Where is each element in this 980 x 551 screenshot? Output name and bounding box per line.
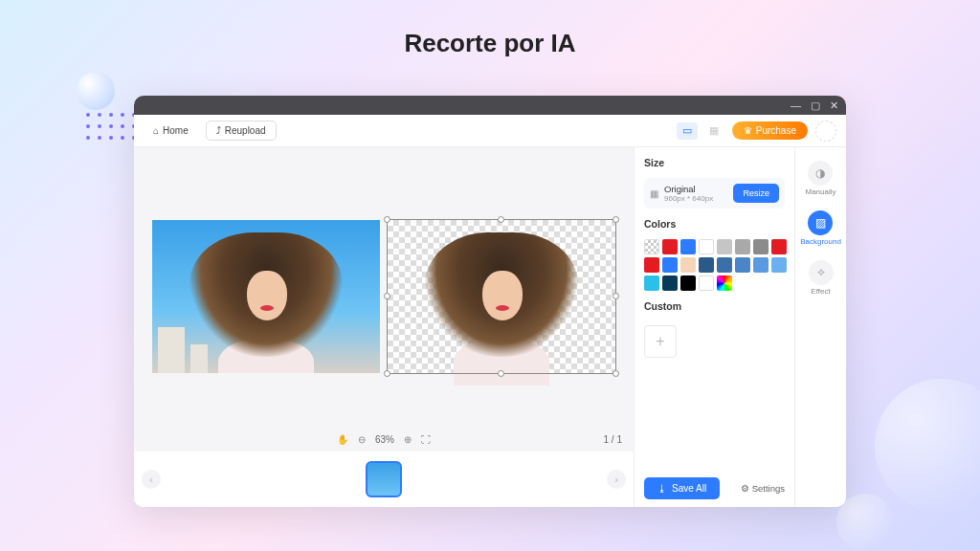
- cutout-image[interactable]: [388, 220, 615, 373]
- resize-handle[interactable]: [498, 370, 504, 377]
- size-heading: Size: [644, 157, 785, 168]
- gear-icon: ⚙: [741, 483, 749, 494]
- crown-icon: ♛: [744, 125, 752, 136]
- resize-handle[interactable]: [612, 216, 619, 223]
- decor-bubble: [875, 379, 980, 513]
- rail-background[interactable]: ▨ Background: [800, 210, 841, 247]
- next-thumb-button[interactable]: ›: [607, 470, 626, 489]
- resize-handle[interactable]: [384, 216, 390, 223]
- custom-heading: Custom: [644, 300, 785, 312]
- home-icon: ⌂: [153, 125, 159, 136]
- size-row: ▦ Original 960px * 640px Resize: [644, 178, 785, 209]
- settings-button[interactable]: ⚙ Settings: [741, 483, 785, 494]
- color-swatch[interactable]: [680, 239, 696, 254]
- more-button[interactable]: [815, 121, 836, 142]
- canvas-area: ✋ ⊖ 63% ⊕ ⛶ 1 / 1 ‹ ›: [134, 147, 634, 507]
- color-swatch[interactable]: [644, 257, 659, 273]
- decor-bubble: [77, 72, 115, 110]
- purchase-button[interactable]: ♛ Purchase: [732, 121, 808, 140]
- purchase-label: Purchase: [756, 125, 796, 136]
- decor-bubble: [836, 494, 894, 551]
- color-swatch[interactable]: [699, 257, 714, 273]
- color-swatch[interactable]: [680, 276, 696, 291]
- single-view-button[interactable]: ▭: [677, 122, 698, 140]
- color-swatch[interactable]: [717, 257, 732, 273]
- original-image: [152, 220, 380, 373]
- resize-handle[interactable]: [498, 216, 504, 223]
- color-swatch[interactable]: [644, 239, 659, 254]
- reupload-button[interactable]: ⤴ Reupload: [206, 121, 277, 141]
- page-title: Recorte por IA: [0, 0, 980, 58]
- save-all-button[interactable]: ⭳ Save All: [644, 477, 720, 499]
- download-icon: ⭳: [657, 483, 667, 494]
- grid-view-button[interactable]: ▦: [703, 122, 724, 140]
- app-window: — ▢ ✕ ⌂ Home ⤴ Reupload ▭ ▦ ♛ Purchase: [134, 96, 846, 507]
- color-swatch[interactable]: [771, 239, 787, 254]
- close-icon[interactable]: ✕: [830, 100, 838, 111]
- background-label: Background: [800, 238, 841, 247]
- tool-rail: ◑ Manually ▨ Background ✧ Effect: [794, 147, 846, 507]
- rail-effect[interactable]: ✧ Effect: [809, 260, 834, 297]
- thumbnail-bar: ‹ ›: [134, 452, 634, 507]
- color-swatch[interactable]: [662, 239, 678, 254]
- prev-thumb-button[interactable]: ‹: [142, 470, 161, 489]
- reupload-label: Reupload: [225, 125, 266, 136]
- toolbar: ⌂ Home ⤴ Reupload ▭ ▦ ♛ Purchase: [134, 115, 846, 147]
- upload-icon: ⤴: [216, 125, 221, 136]
- size-label: Original: [664, 184, 727, 194]
- zoom-level: 63%: [375, 434, 394, 445]
- color-swatch[interactable]: [644, 276, 659, 291]
- view-toggle: ▭ ▦: [677, 122, 724, 140]
- minimize-icon[interactable]: —: [791, 100, 801, 111]
- color-swatch[interactable]: [771, 257, 787, 273]
- maximize-icon[interactable]: ▢: [811, 100, 820, 111]
- resize-handle[interactable]: [384, 293, 390, 299]
- page-indicator: 1 / 1: [604, 434, 622, 445]
- color-swatch[interactable]: [662, 257, 678, 273]
- background-icon: ▨: [808, 210, 833, 235]
- color-swatch[interactable]: [717, 239, 732, 254]
- manually-label: Manually: [805, 188, 835, 197]
- rail-manually[interactable]: ◑ Manually: [805, 161, 835, 197]
- color-swatch[interactable]: [753, 239, 768, 254]
- resize-handle[interactable]: [612, 293, 619, 299]
- color-swatch[interactable]: [735, 239, 750, 254]
- manually-icon: ◑: [808, 161, 833, 186]
- color-swatch[interactable]: [699, 239, 714, 254]
- home-button[interactable]: ⌂ Home: [144, 121, 198, 140]
- resize-handle[interactable]: [384, 370, 390, 377]
- color-swatch[interactable]: [735, 257, 750, 273]
- pan-icon[interactable]: ✋: [337, 434, 348, 445]
- resize-handle[interactable]: [612, 370, 619, 377]
- color-swatch[interactable]: [680, 257, 696, 273]
- zoom-out-icon[interactable]: ⊖: [358, 434, 366, 445]
- home-label: Home: [163, 125, 189, 136]
- color-swatch[interactable]: [717, 276, 732, 291]
- color-swatch[interactable]: [699, 276, 714, 291]
- color-swatches: [644, 239, 785, 291]
- color-swatch[interactable]: [662, 276, 678, 291]
- titlebar: — ▢ ✕: [134, 96, 846, 115]
- thumbnail[interactable]: [366, 461, 402, 497]
- fit-icon[interactable]: ⛶: [421, 434, 431, 445]
- settings-label: Settings: [752, 483, 785, 494]
- size-dims: 960px * 640px: [664, 194, 727, 203]
- zoom-in-icon[interactable]: ⊕: [404, 434, 412, 445]
- effect-icon: ✧: [809, 260, 834, 285]
- colors-heading: Colors: [644, 218, 785, 230]
- color-swatch[interactable]: [753, 257, 768, 273]
- resize-button[interactable]: Resize: [733, 184, 779, 203]
- side-panel: Size ▦ Original 960px * 640px Resize Col…: [634, 147, 794, 507]
- save-all-label: Save All: [672, 483, 706, 494]
- image-icon: ▦: [650, 188, 658, 199]
- add-custom-color-button[interactable]: +: [644, 325, 677, 358]
- effect-label: Effect: [811, 288, 830, 297]
- zoom-bar: ✋ ⊖ 63% ⊕ ⛶ 1 / 1: [134, 427, 634, 452]
